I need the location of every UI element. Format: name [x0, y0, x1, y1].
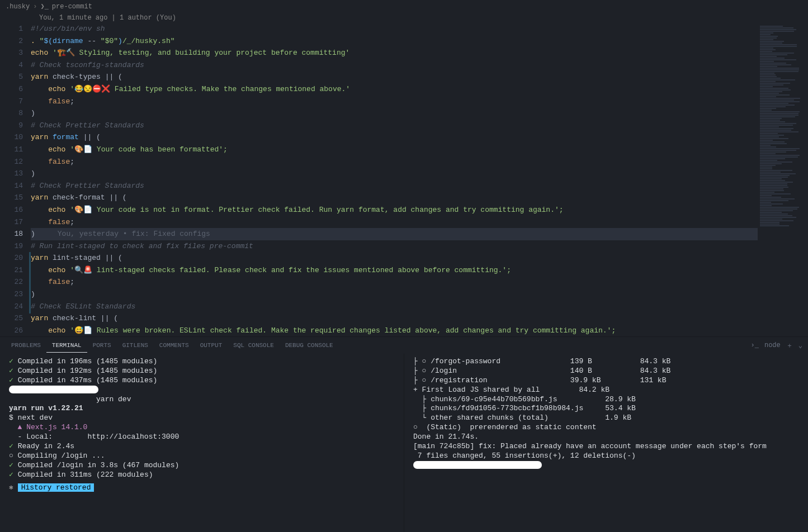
code-line[interactable]: yarn check-types || ( — [31, 71, 808, 83]
panel-tab-output[interactable]: OUTPUT — [195, 339, 228, 353]
compiled-line: ✓ Compiled in 437ms (1485 modules) — [9, 376, 398, 386]
shell-label[interactable]: node — [764, 341, 781, 349]
first-load-line: + First Load JS shared by all 84.2 kB — [413, 386, 802, 395]
route-line: ├ ○ /registration 39.9 kB 131 kB — [413, 376, 802, 386]
split-terminal-icon[interactable]: ＋ — [786, 341, 793, 350]
panel-tab-problems[interactable]: PROBLEMS — [6, 339, 46, 353]
code-line[interactable]: # Check ESLint Standards — [31, 301, 808, 313]
code-line[interactable]: yarn check-format || ( — [31, 192, 808, 204]
terminal-line: ✓ Ready in 2.4s — [9, 442, 398, 452]
line-number[interactable]: 2 — [0, 35, 23, 48]
line-number[interactable]: 23 — [0, 288, 23, 301]
line-number[interactable]: 9 — [0, 120, 23, 132]
chunk-line: ├ chunks/69-c95e44b70b569bbf.js 28.9 kB — [413, 395, 802, 405]
terminal-line — [9, 386, 398, 395]
code-line[interactable]: false; — [31, 156, 808, 168]
code-line[interactable]: ) — [31, 107, 808, 120]
shell-file-icon: ❯_ — [40, 2, 48, 11]
code-line[interactable]: )You, yesterday • fix: Fixed configs — [31, 228, 808, 240]
code-line[interactable]: # Check Prettier Standards — [31, 180, 808, 192]
panel-tab-sql-console[interactable]: SQL CONSOLE — [228, 339, 280, 353]
line-number[interactable]: 4 — [0, 59, 23, 72]
line-number-gutter[interactable]: 1234567891011121314151617181920212223242… — [0, 23, 31, 336]
terminal-line — [413, 461, 802, 471]
code-line[interactable]: # Check Prettier Standards — [31, 120, 808, 132]
breadcrumb-file[interactable]: pre-commit — [52, 3, 92, 11]
chunk-line: └ other shared chunks (total) 1.9 kB — [413, 414, 802, 423]
terminal-line: yarn run v1.22.21 — [9, 404, 398, 414]
minimap[interactable] — [758, 23, 808, 336]
breadcrumb-separator: › — [33, 3, 37, 11]
code-line[interactable]: # Check tsconfig-standards — [31, 59, 808, 72]
line-number[interactable]: 26 — [0, 325, 23, 336]
panel-tab-debug-console[interactable]: DEBUG CONSOLE — [280, 339, 339, 353]
line-number[interactable]: 7 — [0, 96, 23, 108]
terminal-line: ✓ Compiled /login in 3.8s (467 modules) — [9, 461, 398, 471]
code-line[interactable]: . "$(dirname -- "$0")/_/husky.sh" — [31, 35, 808, 48]
code-line[interactable]: yarn lint-staged || ( — [31, 252, 808, 264]
line-number[interactable]: 20 — [0, 252, 23, 264]
line-number[interactable]: 8 — [0, 107, 23, 120]
line-number[interactable]: 6 — [0, 83, 23, 96]
git-files-line: 7 files changed, 55 insertions(+), 12 de… — [413, 452, 802, 461]
terminal-right-pane[interactable]: ├ ○ /forgot-password 139 B 84.3 kB├ ○ /l… — [404, 354, 808, 532]
code-line[interactable]: ) — [31, 288, 808, 301]
terminal-line: pad yarn dev — [9, 395, 398, 405]
line-number[interactable]: 18 — [0, 228, 23, 240]
gitlens-inline-blame: You, yesterday • fix: Fixed configs — [35, 230, 210, 238]
terminal-line: - Local: http://localhost:3000 — [9, 433, 398, 442]
static-hint: ○ (Static) prerendered as static content — [413, 423, 802, 433]
panel-tab-ports[interactable]: PORTS — [87, 339, 117, 353]
code-line[interactable]: ) — [31, 168, 808, 180]
line-number[interactable]: 16 — [0, 204, 23, 216]
terminal-icon: ›_ — [751, 341, 759, 349]
line-number[interactable]: 24 — [0, 301, 23, 313]
line-number[interactable]: 1 — [0, 23, 23, 35]
breadcrumb-folder[interactable]: .husky — [6, 3, 30, 11]
code-line[interactable]: false; — [31, 96, 808, 108]
gitlens-authors-line: You, 1 minute ago | 1 author (You) — [0, 13, 808, 23]
line-number[interactable]: 17 — [0, 216, 23, 229]
panel-tab-terminal[interactable]: TERMINAL — [46, 339, 87, 353]
code-line[interactable]: yarn check-lint || ( — [31, 312, 808, 325]
route-line: ├ ○ /forgot-password 139 B 84.3 kB — [413, 357, 802, 367]
code-line[interactable]: echo '🏗️🔨 Styling, testing, and building… — [31, 47, 808, 59]
line-number[interactable]: 12 — [0, 156, 23, 168]
code-line[interactable]: # Run lint-staged to check and fix files… — [31, 240, 808, 253]
history-line: ✱ History restored — [9, 480, 398, 492]
line-number[interactable]: 3 — [0, 47, 23, 59]
chunk-line: ├ chunks/fd9d1056-773bcbcf1b98b984.js 53… — [413, 404, 802, 414]
compiled-line: ✓ Compiled in 196ms (1485 modules) — [9, 357, 398, 367]
terminal-line: ○ Compiling /login ... — [9, 452, 398, 461]
line-number[interactable]: 14 — [0, 180, 23, 192]
code-line[interactable]: echo '😅📄 Rules were broken. ESLint check… — [31, 325, 808, 336]
code-line[interactable]: #!/usr/bin/env sh — [31, 23, 808, 35]
redacted-path — [413, 461, 542, 469]
line-number[interactable]: 10 — [0, 131, 23, 144]
code-line[interactable]: echo '🎨📄 Your code has been formatted'; — [31, 144, 808, 156]
panel-tab-gitlens[interactable]: GITLENS — [117, 339, 154, 353]
terminal-line: ▲ Next.js 14.1.0 — [9, 423, 398, 433]
bottom-panel: PROBLEMSTERMINALPORTSGITLENSCOMMENTSOUTP… — [0, 336, 808, 532]
breadcrumb[interactable]: .husky › ❯_ pre-commit — [0, 0, 808, 13]
code-line[interactable]: false; — [31, 276, 808, 288]
line-number[interactable]: 13 — [0, 168, 23, 180]
code-line[interactable]: yarn format || ( — [31, 131, 808, 144]
editor[interactable]: 1234567891011121314151617181920212223242… — [0, 23, 808, 336]
line-number[interactable]: 5 — [0, 71, 23, 83]
line-number[interactable]: 22 — [0, 276, 23, 288]
history-restored-pill: History restored — [18, 483, 94, 492]
panel-tab-comments[interactable]: COMMENTS — [154, 339, 195, 353]
line-number[interactable]: 19 — [0, 240, 23, 253]
code-line[interactable]: echo '😂😒⛔❌ Failed type checks. Make the … — [31, 83, 808, 96]
code-line[interactable]: echo '🎨📄 Your code is not in format. Pre… — [31, 204, 808, 216]
code-content[interactable]: #!/usr/bin/env sh. "$(dirname -- "$0")/_… — [31, 23, 808, 336]
line-number[interactable]: 21 — [0, 264, 23, 277]
code-line[interactable]: echo '🔍🚨 lint-staged checks failed. Plea… — [31, 264, 808, 277]
code-line[interactable]: false; — [31, 216, 808, 229]
chevron-down-icon[interactable]: ⌄ — [798, 341, 802, 350]
line-number[interactable]: 25 — [0, 312, 23, 325]
line-number[interactable]: 11 — [0, 144, 23, 156]
terminal-left-pane[interactable]: ✓ Compiled in 196ms (1485 modules)✓ Comp… — [0, 354, 404, 532]
line-number[interactable]: 15 — [0, 192, 23, 204]
